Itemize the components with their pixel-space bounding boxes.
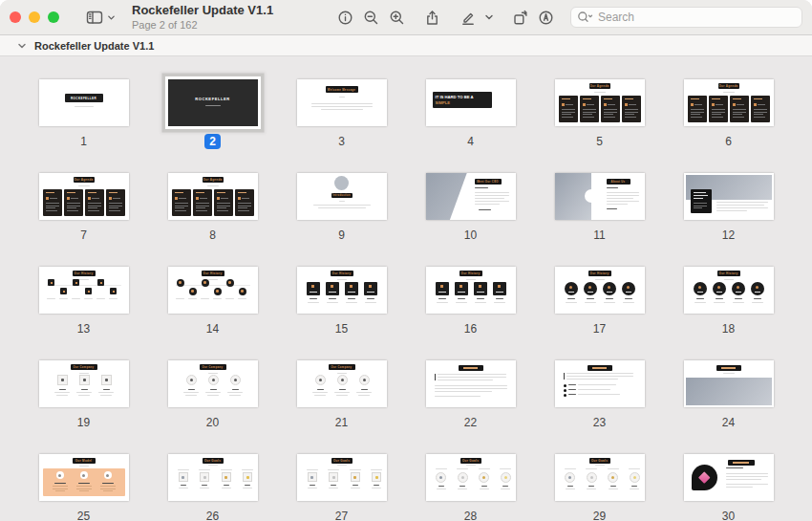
page-thumbnail[interactable]: Our Agenda [39, 173, 129, 220]
page-thumbnail[interactable]: Our Company [168, 360, 258, 407]
slide-art [332, 476, 335, 479]
page-number[interactable]: 3 [333, 134, 350, 149]
page-thumbnail[interactable]: Meet Our CEO [426, 173, 516, 220]
page-number[interactable]: 21 [331, 415, 353, 430]
page-number[interactable]: 22 [459, 415, 481, 430]
close-button[interactable] [10, 11, 21, 23]
page-thumbnail[interactable]: Our History [555, 267, 645, 314]
slide-art [500, 468, 511, 469]
page-thumbnail[interactable]: ROCKEFELLER [168, 79, 258, 126]
slide-art [182, 476, 184, 479]
page-number[interactable]: 16 [459, 321, 481, 336]
slide-art [588, 365, 612, 371]
sidebar-toggle-button[interactable] [82, 7, 118, 28]
page-number[interactable]: 25 [73, 509, 95, 520]
slide-preview: Our Goals [168, 454, 258, 501]
page-thumbnail[interactable]: Our Agenda [168, 173, 258, 220]
page-number[interactable]: 17 [588, 321, 610, 336]
slide-art [733, 302, 744, 303]
page-number[interactable]: 15 [331, 321, 353, 336]
annotate-button[interactable] [533, 6, 559, 29]
slide-art [459, 365, 483, 371]
page-number[interactable]: 12 [717, 228, 739, 243]
page-cell: Our Model25 [19, 454, 148, 520]
slide-art [466, 279, 476, 280]
page-number[interactable]: 19 [73, 415, 95, 430]
page-number[interactable]: 28 [459, 509, 481, 520]
slide-art [82, 474, 85, 477]
slide-art [583, 117, 594, 118]
page-thumbnail[interactable] [684, 360, 774, 407]
page-number[interactable]: 30 [717, 509, 739, 520]
page-thumbnail[interactable]: Our Goals [555, 454, 645, 501]
slide-preview: ROCKEFELLER [39, 79, 129, 126]
page-thumbnail[interactable]: Our Company [39, 360, 129, 407]
page-number[interactable]: 11 [588, 228, 609, 243]
markup-options-button[interactable] [481, 6, 498, 29]
page-number[interactable]: 29 [588, 509, 610, 520]
page-thumbnail[interactable]: Our History [426, 267, 516, 314]
page-number[interactable]: 20 [202, 415, 224, 430]
slide-art [190, 379, 193, 381]
slide-art [459, 285, 462, 288]
page-thumbnail[interactable]: About Us [555, 173, 645, 220]
page-number[interactable]: 9 [333, 228, 350, 243]
page-thumbnail[interactable]: Our Goals [426, 454, 516, 501]
page-thumbnail[interactable]: Our Goals [297, 454, 387, 501]
page-number[interactable]: 23 [588, 415, 610, 430]
page-thumbnail[interactable]: Our Goals [168, 454, 258, 501]
page-thumbnail[interactable]: Our Agenda [555, 79, 645, 126]
slide-art [241, 290, 243, 292]
info-button[interactable] [332, 6, 358, 29]
page-thumbnail[interactable]: Our History [297, 267, 387, 314]
minimize-button[interactable] [29, 11, 40, 23]
slide-art [109, 206, 122, 206]
slide-art [694, 195, 708, 196]
slide-art [716, 205, 764, 206]
page-number[interactable]: 27 [331, 509, 353, 520]
page-number[interactable]: 6 [720, 134, 737, 149]
page-number[interactable]: 13 [73, 321, 95, 336]
slide-art [207, 185, 219, 186]
page-number[interactable]: 24 [717, 415, 739, 430]
page-number[interactable]: 8 [204, 228, 221, 243]
page-number[interactable]: 5 [591, 134, 608, 149]
disclosure-chevron-icon[interactable] [17, 41, 27, 51]
page-number[interactable]: 2 [204, 134, 221, 149]
page-thumbnail[interactable]: IT IS HARD TO BE ASIMPLE [426, 79, 516, 126]
slide-art [568, 292, 574, 293]
slide-art [733, 109, 746, 110]
page-number[interactable]: 7 [75, 228, 92, 243]
slide-art [350, 469, 361, 470]
slide-art [46, 207, 55, 208]
page-thumbnail[interactable]: Our History [168, 267, 258, 314]
page-thumbnail[interactable]: Our History [684, 267, 774, 314]
share-button[interactable] [419, 6, 445, 29]
page-thumbnail[interactable]: Our Agenda [684, 79, 774, 126]
page-number[interactable]: 10 [459, 228, 481, 243]
slide-art [175, 206, 188, 206]
page-thumbnail[interactable] [684, 173, 774, 220]
page-thumbnail[interactable]: Our Model [39, 454, 129, 501]
page-number[interactable]: 26 [202, 509, 224, 520]
page-thumbnail[interactable]: ROCKEFELLER [39, 79, 129, 126]
search-field[interactable]: Search [570, 7, 802, 28]
page-number[interactable]: 4 [462, 134, 479, 149]
page-thumbnail[interactable]: Welcome Message [297, 79, 387, 126]
page-number[interactable]: 18 [717, 321, 739, 336]
fullscreen-button[interactable] [48, 11, 59, 23]
slide-art [583, 98, 591, 99]
zoom-out-button[interactable] [358, 6, 384, 29]
page-thumbnail[interactable] [555, 360, 645, 407]
markup-button[interactable] [455, 6, 481, 29]
slide-art [733, 117, 744, 118]
zoom-in-button[interactable] [384, 6, 410, 29]
rotate-button[interactable] [507, 6, 533, 29]
page-thumbnail[interactable] [426, 360, 516, 407]
page-thumbnail[interactable] [684, 454, 774, 501]
page-number[interactable]: 14 [202, 321, 224, 336]
page-thumbnail[interactable]: Introduction [297, 173, 387, 220]
page-number[interactable]: 1 [75, 134, 92, 149]
page-thumbnail[interactable]: Our Company [297, 360, 387, 407]
page-thumbnail[interactable]: Our History [39, 267, 129, 314]
